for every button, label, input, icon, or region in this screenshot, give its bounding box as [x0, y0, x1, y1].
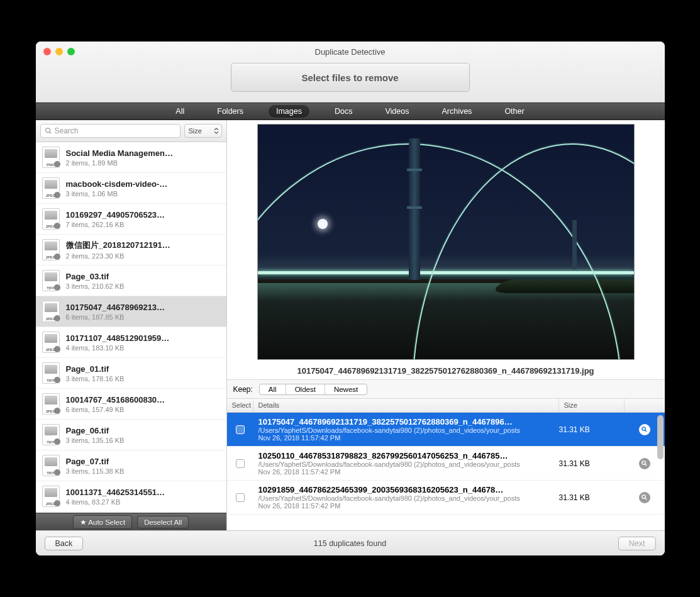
group-item[interactable]: 10014767_45168600830… 6 items, 157.49 KB	[36, 389, 226, 420]
search-icon	[45, 127, 52, 135]
group-item[interactable]: 10171107_448512901959… 4 items, 183.10 K…	[36, 327, 226, 358]
search-input[interactable]: Search	[40, 124, 181, 138]
keep-row: Keep: AllOldestNewest	[227, 380, 665, 399]
svg-line-7	[645, 498, 647, 500]
file-icon	[42, 147, 60, 168]
keep-label: Keep:	[233, 385, 253, 394]
row-checkbox[interactable]	[236, 425, 245, 434]
sidebar: Search Size Social Media Managemen… 2 it…	[36, 120, 227, 530]
file-icon	[42, 177, 60, 199]
close-icon[interactable]	[43, 48, 51, 55]
file-icon	[42, 301, 60, 322]
group-meta: 3 items, 115.38 KB	[66, 467, 220, 475]
group-meta: 3 items, 178.16 KB	[66, 375, 220, 382]
file-icon	[42, 332, 60, 353]
instruction-banner: Select files to remove	[231, 63, 470, 92]
file-icon	[42, 424, 60, 445]
keep-all[interactable]: All	[260, 384, 286, 394]
group-name: 10014767_45168600830…	[66, 395, 220, 405]
duplicate-group-list[interactable]: Social Media Managemen… 2 items, 1.89 MB…	[36, 142, 226, 513]
preview-filename: 10175047_446789692131719_382257501276288…	[231, 366, 661, 376]
svg-point-4	[642, 461, 646, 465]
header-select[interactable]: Select	[227, 399, 253, 412]
content-area: Search Size Social Media Managemen… 2 it…	[36, 120, 665, 530]
detail-row[interactable]: 10250110_446785318798823_826799256014705…	[227, 447, 665, 481]
file-icon	[42, 362, 60, 384]
group-name: 10171107_448512901959…	[66, 333, 220, 343]
scrollbar[interactable]	[657, 415, 664, 459]
detail-size: 31.31 KB	[559, 425, 625, 434]
detail-row[interactable]: 10291859_446786225465399_200356936831620…	[227, 481, 665, 515]
updown-icon	[214, 128, 219, 134]
detail-date: Nov 26, 2018 11:57:42 PM	[258, 502, 554, 510]
deselect-all-button[interactable]: Deselect All	[137, 516, 189, 528]
keep-newest[interactable]: Newest	[325, 384, 367, 394]
group-item[interactable]: macbook-cisdem-video-… 3 items, 1.06 MB	[36, 173, 226, 204]
detail-filename: 10291859_446786225465399_200356936831620…	[258, 485, 554, 494]
app-window: Duplicate Detective Select files to remo…	[36, 42, 665, 555]
group-item[interactable]: Page_03.tif 3 items, 210.62 KB	[36, 265, 226, 296]
group-item[interactable]: 10011371_44625314551… 4 items, 83.27 KB	[36, 481, 226, 512]
group-name: Page_06.tif	[66, 426, 220, 435]
header-size[interactable]: Size	[559, 399, 625, 412]
sort-select[interactable]: Size	[184, 124, 222, 138]
row-checkbox[interactable]	[236, 493, 245, 502]
detail-list[interactable]: 10175047_446789692131719_382257501276288…	[227, 413, 665, 530]
svg-line-1	[49, 132, 51, 134]
group-item[interactable]: Page_06.tif 3 items, 135.16 KB	[36, 420, 226, 450]
traffic-lights	[43, 48, 75, 55]
filter-docs[interactable]: Docs	[327, 105, 360, 118]
svg-point-0	[45, 128, 50, 133]
group-name: Page_01.tif	[66, 364, 220, 374]
file-icon	[42, 270, 60, 291]
status-text: 115 duplicates found	[36, 539, 665, 548]
keep-segmented-control[interactable]: AllOldestNewest	[259, 384, 367, 395]
back-button[interactable]: Back	[45, 537, 84, 550]
filter-other[interactable]: Other	[497, 105, 531, 118]
group-item[interactable]: Page_01.tif 3 items, 178.16 KB	[36, 358, 226, 389]
filter-all[interactable]: All	[168, 105, 192, 118]
detail-row[interactable]: 10175047_446789692131719_382257501276288…	[227, 413, 665, 447]
group-meta: 6 items, 157.49 KB	[66, 406, 220, 413]
group-item[interactable]: Page_07.tif 3 items, 115.38 KB	[36, 450, 226, 481]
filter-videos[interactable]: Videos	[377, 105, 416, 118]
group-name: 10175047_44678969213…	[66, 303, 220, 312]
filter-archives[interactable]: Archives	[434, 105, 479, 118]
group-meta: 3 items, 1.06 MB	[66, 190, 220, 198]
reveal-button[interactable]	[639, 458, 650, 469]
auto-select-button[interactable]: ★ Auto Select	[73, 515, 132, 529]
detail-path: /Users/YaphetS/Downloads/facebook-sandyt…	[258, 460, 554, 468]
file-icon	[42, 486, 60, 507]
sidebar-footer: ★ Auto Select Deselect All	[36, 513, 226, 530]
filter-images[interactable]: Images	[269, 105, 309, 118]
group-meta: 2 items, 223.30 KB	[66, 252, 220, 260]
svg-point-6	[642, 495, 646, 499]
search-placeholder: Search	[55, 126, 79, 135]
file-icon	[42, 455, 60, 476]
group-meta: 2 items, 1.89 MB	[66, 159, 220, 167]
zoom-icon[interactable]	[67, 48, 75, 55]
sort-label: Size	[189, 127, 202, 135]
reveal-button[interactable]	[639, 492, 650, 503]
detail-size: 31.31 KB	[559, 459, 625, 468]
group-item[interactable]: Social Media Managemen… 2 items, 1.89 MB	[36, 142, 226, 173]
group-name: macbook-cisdem-video-…	[66, 179, 220, 189]
file-icon	[42, 393, 60, 415]
group-item[interactable]: 10169297_44905706523… 7 items, 262.16 KB	[36, 204, 226, 235]
footer: Back 115 duplicates found Next	[36, 530, 665, 555]
next-button[interactable]: Next	[618, 537, 656, 550]
detail-path: /Users/YaphetS/Downloads/facebook-sandyt…	[258, 494, 554, 502]
filter-folders[interactable]: Folders	[209, 105, 251, 118]
preview-area: 10175047_446789692131719_382257501276288…	[227, 120, 665, 380]
reveal-button[interactable]	[639, 424, 650, 435]
header-action	[625, 399, 665, 412]
group-item[interactable]: 微信图片_2018120712191… 2 items, 223.30 KB	[36, 235, 226, 265]
main-pane: 10175047_446789692131719_382257501276288…	[227, 120, 665, 530]
keep-oldest[interactable]: Oldest	[286, 384, 325, 394]
header-details[interactable]: Details	[253, 399, 559, 412]
group-item[interactable]: 10175047_44678969213… 6 items, 187.85 KB	[36, 296, 226, 327]
minimize-icon[interactable]	[55, 48, 63, 55]
group-meta: 3 items, 135.16 KB	[66, 437, 220, 444]
row-checkbox[interactable]	[236, 459, 245, 468]
search-row: Search Size	[36, 120, 226, 142]
